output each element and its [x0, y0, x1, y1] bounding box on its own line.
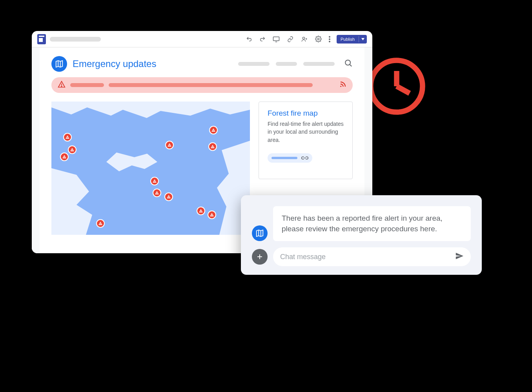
fire-marker-icon[interactable]: [68, 145, 77, 154]
svg-point-12: [61, 86, 62, 87]
svg-point-7: [329, 38, 330, 40]
svg-point-8: [329, 41, 330, 42]
svg-line-10: [350, 65, 352, 67]
search-icon[interactable]: [344, 59, 353, 69]
svg-point-29: [157, 194, 157, 194]
send-icon[interactable]: [455, 252, 464, 262]
chat-input[interactable]: Chat message: [273, 247, 471, 266]
page-title: Emergency updates: [73, 58, 156, 69]
sites-app-icon: [37, 34, 46, 44]
undo-icon[interactable]: [246, 36, 252, 42]
fire-marker-icon[interactable]: [208, 142, 217, 151]
svg-point-25: [213, 147, 213, 148]
publish-dropdown-icon[interactable]: [359, 36, 367, 42]
svg-point-6: [329, 36, 330, 38]
link-icon: [301, 156, 308, 160]
chat-input-placeholder: Chat message: [280, 253, 326, 261]
map-landmass: [51, 102, 250, 125]
fire-marker-icon[interactable]: [209, 126, 218, 134]
svg-line-2: [397, 86, 410, 93]
nav-placeholder: [238, 62, 335, 66]
fire-marker-icon[interactable]: [63, 133, 72, 142]
fire-marker-icon[interactable]: [197, 207, 205, 215]
svg-point-5: [317, 38, 319, 40]
warning-icon: [58, 80, 66, 90]
alert-text-placeholder: [109, 83, 313, 87]
site-title-placeholder: [50, 37, 101, 42]
card-link-button[interactable]: [268, 153, 312, 163]
add-person-icon[interactable]: [301, 36, 308, 42]
svg-point-19: [64, 158, 65, 158]
fire-marker-icon[interactable]: [96, 219, 105, 228]
rss-icon[interactable]: [339, 81, 346, 89]
link-icon[interactable]: [287, 36, 294, 42]
svg-point-31: [169, 198, 169, 198]
svg-point-21: [169, 146, 170, 146]
fire-marker-icon[interactable]: [150, 177, 159, 185]
bot-avatar-icon: [252, 225, 268, 241]
fire-marker-icon[interactable]: [60, 152, 69, 161]
svg-point-15: [67, 138, 68, 138]
alert-text-placeholder: [70, 83, 104, 87]
svg-point-4: [302, 37, 304, 39]
fire-map[interactable]: [51, 102, 250, 235]
chat-popup: There has been a reported fire alert in …: [241, 195, 482, 275]
publish-button[interactable]: Publish: [337, 35, 367, 44]
svg-point-17: [72, 151, 73, 151]
fire-marker-icon[interactable]: [153, 189, 161, 197]
svg-point-35: [212, 216, 212, 216]
fire-marker-icon[interactable]: [164, 192, 173, 201]
link-text-placeholder: [271, 157, 297, 159]
svg-rect-3: [273, 37, 279, 41]
map-landmass: [51, 168, 114, 235]
forest-fire-card: Forest fire map Find real-time fire aler…: [259, 102, 353, 179]
gear-icon[interactable]: [315, 36, 322, 42]
fire-marker-icon[interactable]: [165, 141, 174, 149]
svg-point-33: [201, 212, 201, 212]
alert-banner: [51, 77, 353, 93]
page-header: Emergency updates: [40, 47, 364, 77]
add-attachment-button[interactable]: [252, 249, 268, 265]
clock-icon: [367, 57, 426, 116]
svg-point-37: [100, 224, 101, 225]
map-landmass: [106, 152, 157, 176]
svg-point-9: [345, 60, 350, 65]
svg-point-27: [155, 182, 155, 182]
preview-icon[interactable]: [273, 36, 280, 42]
card-body: Find real-time fire alert updates in you…: [268, 120, 344, 144]
redo-icon[interactable]: [259, 36, 266, 42]
map-icon: [51, 56, 67, 72]
editor-toolbar: Publish: [32, 31, 372, 47]
fire-marker-icon[interactable]: [208, 211, 216, 219]
chat-message: There has been a reported fire alert in …: [273, 206, 471, 241]
svg-point-23: [213, 131, 214, 131]
more-icon[interactable]: [329, 36, 330, 42]
publish-label: Publish: [337, 35, 359, 44]
svg-point-13: [340, 86, 341, 87]
card-title: Forest fire map: [268, 109, 344, 118]
